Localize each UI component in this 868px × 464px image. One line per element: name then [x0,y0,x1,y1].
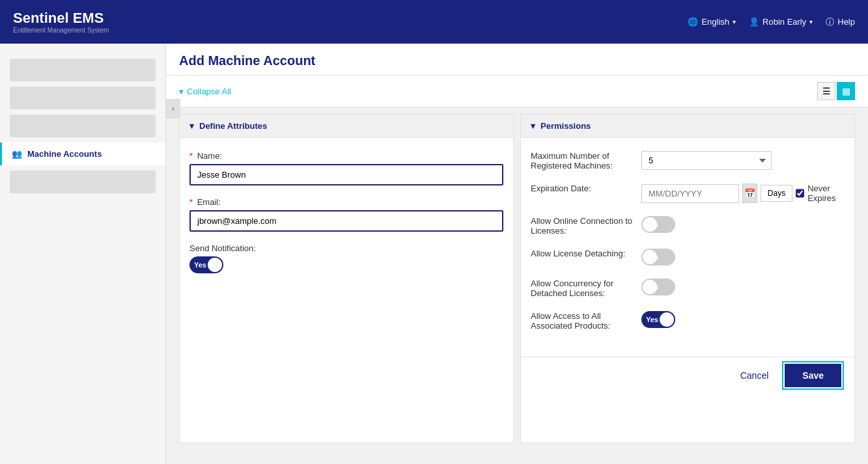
cancel-button[interactable]: Cancel [731,364,779,387]
allow-access-control: Yes [641,311,845,328]
allow-online-control: Yes [641,216,845,233]
footer-buttons: Cancel Save [521,357,854,394]
chevron-down-icon: ▾ [809,18,813,25]
max-machines-row: Maximum Number of Registered Machines: 5… [531,151,845,171]
allow-access-label: Allow Access to All Associated Products: [531,311,635,331]
allow-detaching-control: Yes [641,249,845,266]
allow-concurrency-control: Yes [641,279,845,295]
toggle-on-label: Yes [194,261,206,269]
header-controls: 🌐 English ▾ 👤 Robin Early ▾ ⓘ Help [688,16,855,28]
never-expires-container: Never Expires [796,184,845,203]
permissions-title: Permissions [540,121,591,131]
sidebar-placeholder-1 [10,59,156,81]
never-expires-label: Never Expires [807,184,845,203]
date-input-container: 📅 Days Never Expires [641,184,845,203]
toggle-knob [660,312,674,327]
machine-accounts-icon: 👥 [12,149,22,159]
sidebar-placeholder-2 [10,87,156,109]
define-attributes-panel: ▾ Define Attributes * Name: * E [179,114,514,443]
allow-online-row: Allow Online Connection to Licenses: Yes [531,216,845,236]
allow-concurrency-toggle[interactable]: Yes [641,279,675,295]
toggle-knob [643,280,657,294]
define-attributes-body: * Name: * Email: Send Notification: [180,138,513,298]
language-selector[interactable]: 🌐 English ▾ [688,17,736,27]
language-label: English [701,17,729,27]
page-title: Add Machine Account [166,44,868,75]
app-header: Sentinel EMS Entitlement Management Syst… [0,0,868,44]
grid-view-button[interactable]: ▦ [837,82,855,100]
required-asterisk: * [189,151,193,161]
allow-detaching-row: Allow License Detaching: Yes [531,249,845,266]
send-notification-group: Send Notification: Yes [189,243,503,273]
logo: Sentinel EMS Entitlement Management Syst… [13,10,109,34]
email-input[interactable] [189,210,503,232]
brand-subtitle: Entitlement Management System [13,27,109,34]
toggle-knob [643,250,657,264]
user-icon: 👤 [749,17,759,27]
expiration-control: 📅 Days Never Expires [641,184,845,203]
toggle-on-label: Yes [646,316,658,323]
name-field-group: * Name: [189,151,503,185]
view-toggle: ☰ ▦ [817,82,855,100]
sidebar-placeholder-4 [10,171,156,193]
toggle-knob [643,217,657,232]
days-button[interactable]: Days [761,185,792,202]
max-machines-select[interactable]: 5 1 2 3 4 10 Unlimited [641,151,772,170]
allow-concurrency-row: Allow Concurrency for Detached Licenses:… [531,279,845,298]
sidebar-toggle[interactable]: ‹ [166,99,180,118]
sidebar: 👥 Machine Accounts [0,44,166,464]
allow-online-toggle[interactable]: Yes [641,216,675,233]
save-button[interactable]: Save [785,364,841,387]
chevron-down-icon: ▾ [733,18,736,25]
list-view-button[interactable]: ☰ [817,82,835,100]
allow-detaching-label: Allow License Detaching: [531,249,635,258]
user-label: Robin Early [763,17,806,27]
machine-accounts-label: Machine Accounts [27,149,102,159]
help-button[interactable]: ⓘ Help [826,16,855,28]
permissions-panel: ▾ Permissions Maximum Number of Register… [520,114,855,443]
globe-icon: 🌐 [688,17,698,27]
allow-concurrency-label: Allow Concurrency for Detached Licenses: [531,279,635,298]
sidebar-item-machine-accounts[interactable]: 👥 Machine Accounts [0,143,165,165]
max-machines-label: Maximum Number of Registered Machines: [531,151,635,171]
never-expires-checkbox[interactable] [796,189,804,198]
send-notification-toggle-container: Yes [189,256,503,273]
help-label: Help [837,17,855,27]
collapse-icon: ▾ [179,87,184,96]
collapse-all-button[interactable]: ▾ Collapse All [179,87,231,96]
define-attributes-title: Define Attributes [199,121,267,131]
allow-detaching-toggle[interactable]: Yes [641,249,675,266]
allow-access-toggle[interactable]: Yes [641,311,675,328]
permissions-body: Maximum Number of Registered Machines: 5… [521,138,854,357]
allow-access-row: Allow Access to All Associated Products:… [531,311,845,331]
expiration-row: Expiration Date: 📅 Days Never Expires [531,184,845,203]
define-attributes-header: ▾ Define Attributes [180,115,513,138]
email-label: * Email: [189,197,503,207]
expiration-date-input[interactable] [641,184,739,203]
required-asterisk: * [189,197,193,207]
toggle-knob [208,258,222,272]
collapse-bar: ▾ Collapse All ☰ ▦ [166,75,868,107]
name-input[interactable] [189,164,503,185]
brand-name: Sentinel EMS [13,10,109,27]
user-menu[interactable]: 👤 Robin Early ▾ [749,17,813,27]
send-notification-toggle[interactable]: Yes [189,256,223,273]
help-icon: ⓘ [826,16,834,28]
allow-online-label: Allow Online Connection to Licenses: [531,216,635,236]
email-field-group: * Email: [189,197,503,232]
chevron-down-icon: ▾ [531,121,535,131]
chevron-down-icon: ▾ [189,121,194,131]
max-machines-control: 5 1 2 3 4 10 Unlimited [641,151,845,170]
calendar-button[interactable]: 📅 [742,184,757,203]
expiration-label: Expiration Date: [531,184,635,193]
send-notification-label: Send Notification: [189,243,503,253]
sidebar-placeholder-3 [10,115,156,137]
form-area: ▾ Define Attributes * Name: * E [166,107,868,450]
permissions-header: ▾ Permissions [521,115,854,138]
collapse-label: Collapse All [187,87,231,96]
name-label: * Name: [189,151,503,161]
